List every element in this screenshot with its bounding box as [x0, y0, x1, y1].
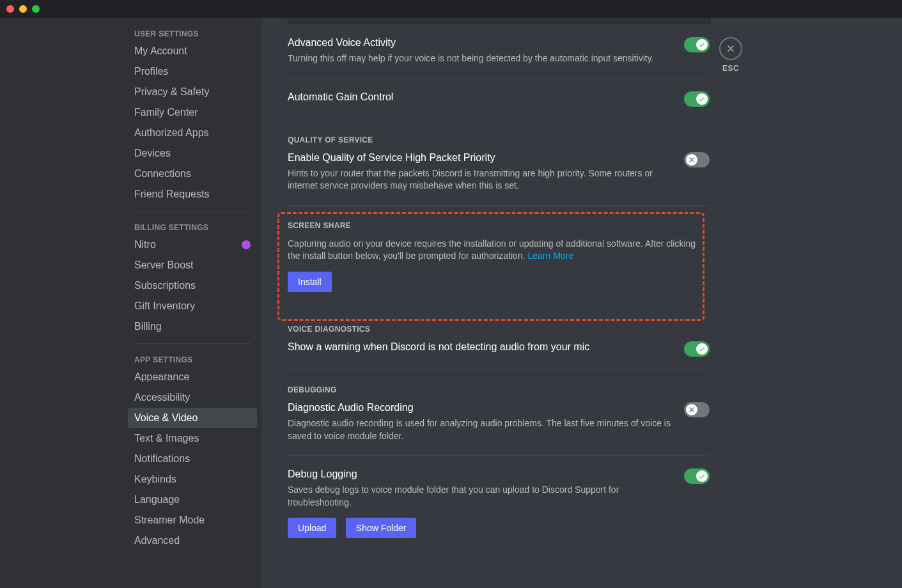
sidebar-item-gift-inventory[interactable]: Gift Inventory — [128, 296, 257, 316]
sidebar-item-profiles[interactable]: Profiles — [128, 61, 257, 82]
sidebar-item-connections[interactable]: Connections — [128, 164, 257, 184]
diagnostic-audio-recording-title: Diagnostic Audio Recording — [288, 402, 671, 414]
settings-sidebar: USER SETTINGSMy AccountProfilesPrivacy &… — [0, 18, 262, 588]
debugging-heading: DEBUGGING — [288, 385, 710, 394]
sidebar-item-language[interactable]: Language — [128, 490, 257, 510]
diagnostic-audio-recording-toggle[interactable] — [684, 402, 710, 417]
previous-setting-box-edge — [288, 18, 710, 24]
advanced-voice-activity-title: Advanced Voice Activity — [288, 37, 671, 49]
sidebar-item-billing[interactable]: Billing — [128, 316, 257, 337]
debug-logging-title: Debug Logging — [288, 468, 671, 480]
sidebar-item-label: Connections — [134, 168, 191, 180]
sidebar-item-keybinds[interactable]: Keybinds — [128, 469, 257, 490]
upload-button[interactable]: Upload — [288, 518, 336, 538]
sidebar-item-appearance[interactable]: Appearance — [128, 367, 257, 387]
sidebar-item-label: Gift Inventory — [134, 300, 195, 312]
sidebar-item-label: Appearance — [134, 371, 189, 383]
nitro-badge-icon — [242, 240, 251, 249]
sidebar-item-label: Profiles — [134, 66, 168, 77]
check-icon — [698, 41, 706, 49]
show-folder-button[interactable]: Show Folder — [346, 518, 417, 538]
sidebar-item-label: Family Center — [134, 107, 198, 118]
check-icon — [698, 95, 706, 103]
close-esc-container: ESC — [719, 37, 742, 73]
sidebar-item-label: My Account — [134, 45, 187, 57]
sidebar-item-voice-video[interactable]: Voice & Video — [128, 408, 257, 428]
sidebar-item-label: Text & Images — [134, 433, 199, 444]
sidebar-divider — [134, 343, 251, 344]
x-icon — [688, 156, 696, 164]
sidebar-item-label: Subscriptions — [134, 280, 196, 291]
check-icon — [698, 472, 706, 480]
window-minimize-button[interactable] — [19, 5, 27, 13]
esc-label: ESC — [722, 64, 739, 73]
sidebar-item-label: Streamer Mode — [134, 514, 205, 526]
sidebar-section-header: BILLING SETTINGS — [128, 218, 257, 235]
window-close-button[interactable] — [6, 5, 14, 13]
sidebar-divider — [134, 211, 251, 212]
sidebar-section-header: APP SETTINGS — [128, 350, 257, 367]
sidebar-item-friend-requests[interactable]: Friend Requests — [128, 184, 257, 205]
sidebar-item-label: Nitro — [134, 239, 156, 251]
window-maximize-button[interactable] — [32, 5, 40, 13]
sidebar-item-label: Notifications — [134, 453, 190, 465]
diagnostic-audio-recording-desc: Diagnostic audio recording is used for a… — [288, 417, 671, 442]
advanced-voice-activity-desc: Turning this off may help if your voice … — [288, 52, 671, 65]
voice-diagnostics-title: Show a warning when Discord is not detec… — [288, 341, 671, 353]
sidebar-item-nitro[interactable]: Nitro — [128, 235, 257, 255]
sidebar-item-streamer-mode[interactable]: Streamer Mode — [128, 510, 257, 530]
sidebar-section-header: USER SETTINGS — [128, 24, 257, 41]
sidebar-item-label: Billing — [134, 321, 162, 332]
install-button[interactable]: Install — [288, 272, 332, 292]
automatic-gain-control-toggle[interactable] — [684, 91, 710, 107]
window-titlebar — [0, 0, 902, 18]
screen-share-desc: Capturing audio on your device requires … — [288, 238, 710, 263]
debug-logging-desc: Saves debug logs to voice module folder … — [288, 484, 671, 509]
qos-title: Enable Quality of Service High Packet Pr… — [288, 152, 671, 164]
sidebar-item-label: Devices — [134, 148, 171, 159]
sidebar-item-label: Authorized Apps — [134, 127, 209, 139]
sidebar-item-my-account[interactable]: My Account — [128, 41, 257, 61]
sidebar-item-server-boost[interactable]: Server Boost — [128, 255, 257, 275]
settings-content: Advanced Voice Activity Turning this off… — [262, 18, 902, 588]
x-icon — [688, 406, 696, 414]
voice-diagnostics-heading: VOICE DIAGNOSTICS — [288, 325, 710, 334]
qos-toggle[interactable] — [684, 152, 710, 167]
qos-heading: QUALITY OF SERVICE — [288, 135, 710, 144]
sidebar-item-label: Keybinds — [134, 474, 176, 485]
voice-diagnostics-toggle[interactable] — [684, 341, 710, 357]
sidebar-item-label: Language — [134, 494, 180, 506]
sidebar-item-label: Friend Requests — [134, 189, 209, 200]
sidebar-item-label: Voice & Video — [134, 412, 198, 424]
close-settings-button[interactable] — [719, 37, 742, 60]
debug-logging-toggle[interactable] — [684, 468, 710, 484]
sidebar-item-advanced[interactable]: Advanced — [128, 530, 257, 551]
sidebar-item-label: Server Boost — [134, 259, 193, 271]
close-icon — [726, 43, 736, 54]
sidebar-item-devices[interactable]: Devices — [128, 143, 257, 164]
sidebar-item-subscriptions[interactable]: Subscriptions — [128, 275, 257, 296]
sidebar-item-label: Accessibility — [134, 392, 190, 403]
sidebar-item-text-images[interactable]: Text & Images — [128, 428, 257, 449]
check-icon — [698, 345, 706, 353]
sidebar-item-notifications[interactable]: Notifications — [128, 449, 257, 469]
sidebar-item-privacy-safety[interactable]: Privacy & Safety — [128, 82, 257, 102]
sidebar-item-family-center[interactable]: Family Center — [128, 102, 257, 123]
automatic-gain-control-title: Automatic Gain Control — [288, 91, 393, 103]
learn-more-link[interactable]: Learn More — [527, 251, 573, 261]
screen-share-heading: SCREEN SHARE — [288, 221, 710, 230]
qos-desc: Hints to your router that the packets Di… — [288, 167, 671, 192]
advanced-voice-activity-toggle[interactable] — [684, 37, 710, 52]
sidebar-item-label: Advanced — [134, 535, 180, 546]
sidebar-item-authorized-apps[interactable]: Authorized Apps — [128, 123, 257, 143]
sidebar-item-accessibility[interactable]: Accessibility — [128, 387, 257, 408]
sidebar-item-label: Privacy & Safety — [134, 86, 209, 98]
